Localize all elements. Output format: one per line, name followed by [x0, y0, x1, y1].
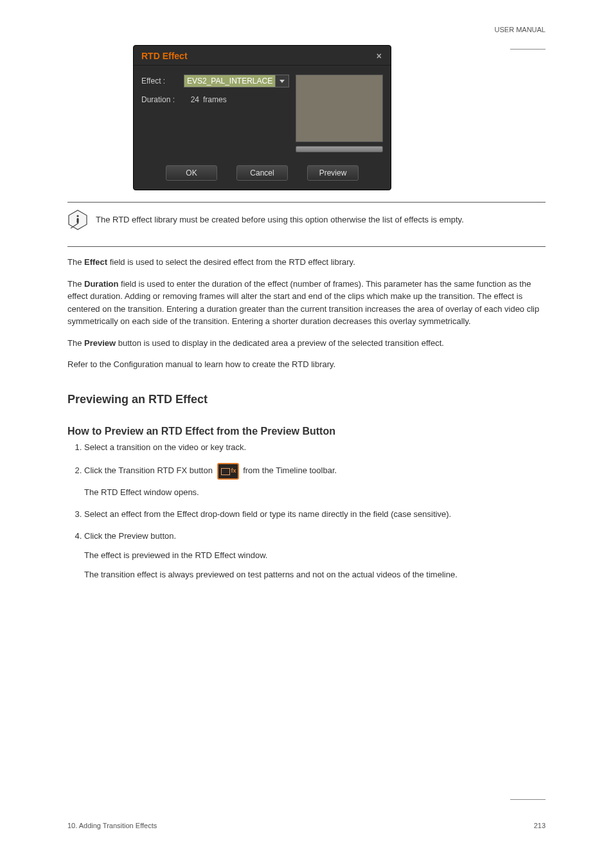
text-bold: Duration: [84, 279, 118, 289]
text-bold: Preview: [84, 338, 116, 348]
note-icon: [67, 209, 88, 231]
svg-rect-2: [77, 218, 79, 223]
step-3: Select an effect from the Effect drop-do…: [84, 508, 546, 521]
effect-select[interactable]: EVS2_PAL_INTERLACE: [184, 75, 289, 87]
step-4-sub1: The effect is previewed in the RTD Effec…: [84, 549, 546, 562]
chevron-down-icon[interactable]: [275, 75, 289, 87]
effect-row: Effect : EVS2_PAL_INTERLACE: [141, 75, 289, 87]
preview-button[interactable]: Preview: [307, 165, 359, 181]
text-bold: Effect: [84, 257, 107, 267]
step-2: Click the Transition RTD FX button fx fr…: [84, 463, 546, 499]
text: button.: [148, 531, 176, 541]
preview-slider[interactable]: [296, 146, 383, 152]
text-bold: Preview: [118, 531, 148, 541]
page-header: USER MANUAL: [495, 26, 546, 33]
preview-column: [296, 75, 383, 152]
note-callout: The RTD effect library must be created b…: [67, 209, 546, 235]
footer-rule: [510, 799, 546, 800]
text: field is used to enter the duration of t…: [67, 279, 539, 327]
rtd-effect-dialog: RTD Effect × Effect : EVS2_PAL_INTERLACE: [133, 45, 391, 190]
dialog-titlebar: RTD Effect ×: [134, 46, 391, 66]
text: The: [67, 257, 84, 267]
rtd-dialog-screenshot: RTD Effect × Effect : EVS2_PAL_INTERLACE: [133, 45, 390, 190]
heading-previewing: Previewing an RTD Effect: [67, 393, 546, 406]
dialog-title: RTD Effect: [141, 51, 374, 61]
close-icon[interactable]: ×: [374, 51, 384, 61]
page-footer: 10. Adding Transition Effects 213: [67, 822, 546, 829]
text: button: [187, 466, 215, 475]
duration-value[interactable]: 24: [184, 95, 199, 104]
text-bold: Transition RTD FX: [118, 466, 187, 475]
steps-list: Select a transition on the video or key …: [67, 441, 546, 582]
paragraph-refer: Refer to the Configuration manual to lea…: [67, 358, 546, 371]
text: drop-down field or type its name directl…: [198, 509, 451, 519]
text: button is used to display in the dedicat…: [116, 338, 444, 348]
preview-area: [296, 75, 383, 142]
text: field is used to select the desired effe…: [107, 257, 355, 267]
text: from the Timeline toolbar.: [243, 466, 337, 475]
duration-row: Duration : 24 frames: [141, 95, 289, 104]
effect-select-value: EVS2_PAL_INTERLACE: [184, 75, 275, 87]
form-column: Effect : EVS2_PAL_INTERLACE Duration : 2…: [141, 75, 296, 152]
text: Click the: [84, 466, 118, 475]
footer-right: 213: [534, 822, 546, 829]
paragraph-duration: The Duration field is used to enter the …: [67, 278, 546, 328]
dialog-buttons: OK Cancel Preview: [134, 159, 391, 190]
transition-rtd-fx-icon: fx: [217, 463, 239, 480]
heading-howto: How to Preview an RTD Effect from the Pr…: [67, 426, 546, 437]
text: The: [67, 338, 84, 348]
svg-marker-0: [280, 80, 285, 83]
header-rule: [510, 49, 546, 50]
paragraph-effect: The Effect field is used to select the d…: [67, 256, 546, 269]
note-bottom-rule: [67, 246, 546, 247]
text-bold: Effect: [177, 509, 198, 519]
dialog-body: Effect : EVS2_PAL_INTERLACE Duration : 2…: [134, 66, 391, 159]
cancel-button[interactable]: Cancel: [236, 165, 288, 181]
svg-point-1: [76, 215, 78, 217]
note-text: The RTD effect library must be created b…: [96, 214, 464, 226]
footer-left: 10. Adding Transition Effects: [67, 822, 157, 829]
step-1: Select a transition on the video or key …: [84, 441, 546, 454]
ok-button[interactable]: OK: [166, 165, 217, 181]
text: Select an effect from the: [84, 509, 177, 519]
text: The: [67, 279, 84, 289]
duration-unit: frames: [203, 95, 227, 104]
paragraph-preview: The Preview button is used to display in…: [67, 337, 546, 350]
text: Select a transition on the video or key …: [84, 442, 246, 452]
duration-label: Duration :: [141, 95, 184, 104]
step-4-sub2: The transition effect is always previewe…: [84, 568, 546, 581]
effect-label: Effect :: [141, 77, 184, 86]
step-4: Click the Preview button. The effect is …: [84, 530, 546, 581]
note-top-rule: [67, 202, 546, 203]
step-2-sub: The RTD Effect window opens.: [84, 486, 546, 499]
text: Click the: [84, 531, 118, 541]
